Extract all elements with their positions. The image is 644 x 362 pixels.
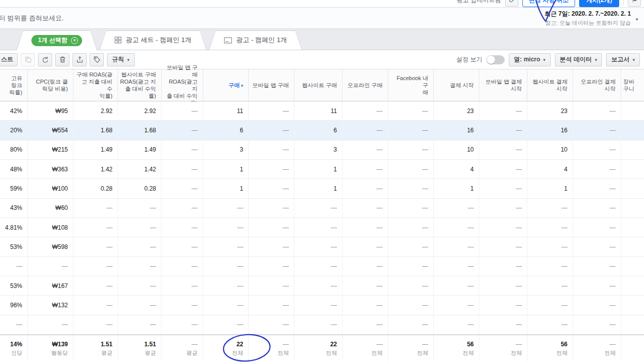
export-icon-button[interactable] (72, 53, 87, 66)
table-row[interactable]: 59%₩1000.280.28—1—1——1—1— (0, 179, 644, 198)
reports-dropdown[interactable]: 보고서 (606, 53, 640, 66)
settings-view-toggle[interactable] (486, 55, 505, 64)
filter-hint-text: 터 범위를 좁혀보세요. (0, 14, 64, 23)
toggle-knob (487, 56, 495, 64)
column-header-offline-checkouts[interactable]: 오프라인 결제시작 (573, 69, 621, 101)
duplicate-icon-button[interactable] (21, 53, 35, 66)
column-header-add-to-cart[interactable]: 장바구니 (621, 69, 644, 101)
publish-button[interactable]: 게시(2개) (579, 0, 619, 7)
column-header-checkouts-initiated[interactable]: 결제 시작 (434, 69, 479, 101)
cell-website-purchases: 11 (294, 101, 343, 120)
date-range-selector[interactable]: 최근 7일: 2020. 2. 7.~2020. 2. 1 참고: 오늘 데이터… (545, 10, 639, 27)
cell-mobile-app-checkouts: — (479, 140, 527, 159)
cell-offline-purchases: — (343, 101, 388, 120)
cell-cpc: ₩60 (28, 199, 73, 218)
table-row[interactable]: 42%₩952.922.92—11—11——23—23— (0, 101, 644, 121)
cell-cpc: — (28, 257, 73, 276)
cell-offline-checkouts: — (573, 257, 621, 276)
cell-mobile-app-purchase-roas: — (162, 237, 203, 256)
ad-screen-icon (224, 37, 232, 44)
column-header-facebook-purchases[interactable]: Facebook 내 구매 (388, 69, 434, 101)
table-row[interactable]: 43%₩60———————————— (0, 199, 644, 218)
tag-icon-button[interactable] (90, 53, 104, 66)
table-row[interactable]: 4.81%₩108———————————— (0, 218, 644, 237)
cell-checkouts-initiated: 10 (434, 140, 479, 159)
divider (623, 0, 624, 6)
footer-cell-purchase-roas: 1.51평균 (73, 335, 118, 362)
clipped-left-button[interactable]: 스트 (0, 53, 18, 66)
table-row[interactable]: 80%₩2151.491.49—3—3——10—10— (0, 140, 644, 160)
cell-purchase-roas: 1.68 (73, 121, 118, 139)
table-row[interactable]: 53%₩598———————————— (0, 237, 644, 257)
breakdown-dropdown[interactable]: 분석 데이터 (555, 53, 602, 66)
cell-facebook-purchases: — (388, 121, 434, 139)
cell-website-purchases: 3 (294, 140, 343, 159)
cell-mobile-app-checkouts: — (479, 121, 527, 139)
cell-mobile-app-purchase-roas: — (162, 199, 203, 218)
table-row[interactable]: 20%₩5541.681.68—6—6——16—16— (0, 121, 644, 140)
chevron-down-icon (635, 14, 639, 23)
selected-count-pill[interactable]: 1개 선택함 (31, 35, 82, 46)
column-header-mobile-app-purchases[interactable]: 모바일 앱 구매 (249, 69, 294, 101)
selected-count-label: 1개 선택함 (38, 36, 67, 45)
cell-facebook-purchases: — (388, 160, 434, 178)
columns-dropdown[interactable]: 열: micro (509, 53, 551, 66)
level-tabs: 1개 선택함 광고 세트 - 캠페인 1개 광고 - 캠페인 1개 (0, 29, 644, 50)
table-row[interactable]: 48%₩3631.421.42—1—1——4—4— (0, 160, 644, 179)
cell-mobile-app-purchase-roas: — (162, 101, 203, 120)
cell-offline-checkouts: — (573, 237, 621, 256)
cell-purchases: — (203, 218, 249, 237)
column-header-website-purchases[interactable]: 웹사이트 구매 (294, 69, 343, 101)
tab-adsets[interactable]: 광고 세트 - 캠페인 1개 (99, 30, 207, 50)
column-header-mobile-app-purchase-roas[interactable]: 모바일 앱 구매ROAS(광고 지출 대비 수익률) (162, 69, 203, 101)
close-icon[interactable] (71, 37, 78, 44)
tab-ads[interactable]: 광고 - 캠페인 1개 (209, 30, 302, 50)
table-row[interactable]: 96%₩132———————————— (0, 296, 644, 315)
delete-icon-button[interactable] (55, 53, 69, 66)
cell-purchase-roas: — (73, 276, 118, 295)
adset-grid-icon (115, 37, 122, 44)
column-header-website-checkouts[interactable]: 웹사이트 결제시작 (527, 69, 573, 101)
cell-offline-checkouts: — (573, 160, 621, 178)
cell-website-purchase-roas: — (118, 296, 162, 314)
cell-facebook-purchases: — (388, 237, 434, 256)
discard-changes-button[interactable]: 변경 사항 취소 (522, 0, 576, 7)
cell-purchase-roas: — (73, 296, 118, 314)
column-header-purchase-roas[interactable]: 구매 ROAS(광고 지출 대비 수익률) (73, 69, 118, 101)
tab-campaigns[interactable]: 1개 선택함 (16, 30, 97, 50)
cell-unique-link-ctr: 48% (0, 160, 28, 178)
footer-cell-add-to-cart (621, 335, 644, 362)
footer-cell-purchases: 22전체 (203, 335, 249, 362)
table-row[interactable]: —————————————— (0, 257, 644, 276)
cell-website-checkouts: — (527, 296, 573, 314)
refresh-icon-button[interactable]: ⟳ (505, 0, 518, 7)
column-header-cpc[interactable]: CPC(링크 클릭당 비용) (28, 69, 73, 101)
cell-mobile-app-purchase-roas: — (162, 121, 203, 139)
cell-offline-purchases: — (343, 218, 388, 237)
revert-icon-button[interactable] (38, 53, 52, 66)
ads-manager-page: { "colors": { "accent_blue": "#1877f2", … (0, 0, 644, 362)
cell-mobile-app-purchases: — (249, 276, 294, 295)
cell-purchases: — (203, 257, 249, 276)
table-row[interactable]: 53%₩167———————————— (0, 276, 644, 296)
cell-facebook-purchases: — (388, 101, 434, 120)
cell-mobile-app-purchases: — (249, 160, 294, 178)
cell-mobile-app-checkouts: — (479, 237, 527, 256)
footer-cell-website-purchase-roas: 1.51평균 (118, 335, 162, 362)
rules-dropdown[interactable]: 규칙 (107, 53, 135, 66)
cell-offline-checkouts: — (573, 121, 621, 139)
column-header-mobile-app-checkouts[interactable]: 모바일 앱 결제시작 (479, 69, 527, 101)
column-header-website-purchase-roas[interactable]: 웹사이트 구매ROAS(광고 지출 대비 수익률) (118, 69, 162, 101)
cell-website-checkouts: 23 (527, 101, 573, 120)
cell-website-purchase-roas: 1.42 (118, 160, 162, 178)
column-header-purchases[interactable]: 구매 (203, 69, 249, 101)
column-header-offline-purchases[interactable]: 오프라인 구매 (343, 69, 388, 101)
cell-mobile-app-checkouts: — (479, 179, 527, 198)
cell-add-to-cart (621, 257, 644, 276)
cell-mobile-app-purchase-roas: — (162, 179, 203, 198)
cell-offline-purchases: — (343, 257, 388, 276)
cell-unique-link-ctr: 20% (0, 121, 28, 139)
column-header-unique-link-ctr[interactable]: 고유링크릭률) (0, 69, 28, 101)
flag-icon-button[interactable]: ⚑ (628, 0, 641, 7)
table-row[interactable]: —————————————— (0, 315, 644, 335)
